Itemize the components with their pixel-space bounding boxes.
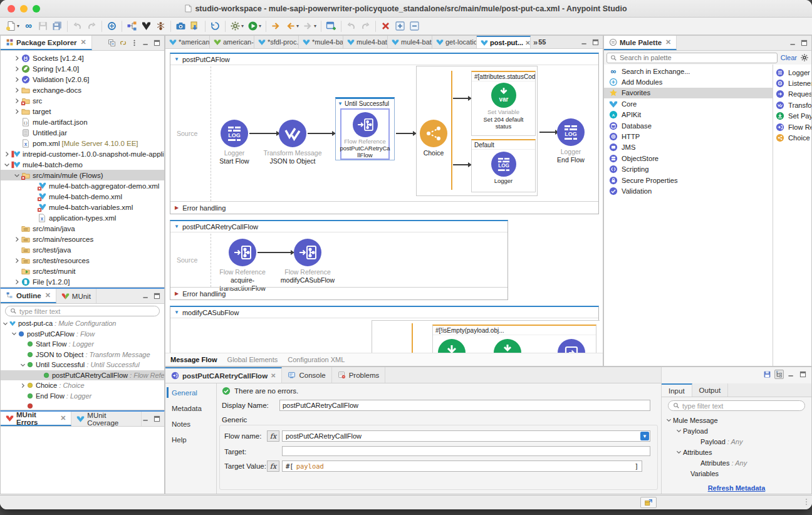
- transform-message-icon[interactable]: [279, 120, 306, 147]
- set-payload-icon[interactable]: [438, 339, 466, 353]
- palette-category[interactable]: Core: [604, 98, 773, 109]
- zoom-window-button[interactable]: [33, 5, 40, 13]
- flow-header[interactable]: ▼ postPutCARetryCallFlow: [170, 221, 508, 232]
- palette-category[interactable]: Favorites: [604, 88, 773, 98]
- palette-category[interactable]: Database: [604, 120, 773, 131]
- chevron-icon[interactable]: [19, 392, 27, 399]
- back-button[interactable]: ▾: [284, 19, 300, 33]
- debug-attach-button[interactable]: [154, 19, 167, 33]
- screenshot-button[interactable]: [174, 19, 187, 33]
- fx-toggle-button[interactable]: fx: [267, 430, 279, 442]
- tab-input[interactable]: Input: [662, 383, 692, 397]
- tree-row[interactable]: exchange-docs: [1, 85, 164, 95]
- close-icon[interactable]: ✕: [60, 414, 66, 422]
- editor-tab[interactable]: get-locatio...: [432, 36, 477, 48]
- minimize-icon[interactable]: [142, 415, 150, 423]
- editor-tab[interactable]: american-fl...: [210, 36, 254, 48]
- minimize-icon[interactable]: [786, 370, 796, 379]
- collapse-all-icon[interactable]: [108, 39, 116, 47]
- flow-postPutCAFlow[interactable]: ▼ postPutCAFlow Source LOG Logger Start …: [170, 53, 599, 214]
- tab-console[interactable]: Console: [282, 367, 331, 383]
- chevron-icon[interactable]: [36, 372, 43, 378]
- expand-triangle-icon[interactable]: ▶: [175, 291, 179, 296]
- outline-row[interactable]: JSON to Object : Transform Message: [1, 350, 164, 360]
- chevron-icon[interactable]: [13, 65, 21, 73]
- tab-munit-errors[interactable]: MUnit Errors ✕: [1, 412, 71, 426]
- tab-flow-properties[interactable]: postPutCARetryCallFlow ✕: [165, 367, 282, 383]
- canvas-view-tab[interactable]: Message Flow: [170, 356, 217, 363]
- flow-header[interactable]: ▼ postPutCAFlow: [170, 54, 598, 65]
- navigate-button[interactable]: [105, 19, 118, 33]
- gear-icon[interactable]: [800, 53, 809, 62]
- chevron-icon[interactable]: [13, 172, 21, 179]
- chevron-icon[interactable]: [29, 204, 38, 211]
- datasense-row[interactable]: Attributes: [662, 447, 811, 457]
- node-json-to-object-transform[interactable]: Transform Message JSON to Object: [258, 120, 327, 165]
- editor-tab[interactable]: *american-...: [165, 36, 210, 48]
- target-input[interactable]: [282, 446, 650, 456]
- outline-row[interactable]: Start Flow : Logger: [1, 339, 164, 350]
- deploy-button[interactable]: [189, 19, 202, 33]
- tab-package-explorer[interactable]: Package Explorer ✕: [1, 36, 92, 50]
- close-icon[interactable]: ✕: [271, 372, 276, 379]
- collapse-triangle-icon[interactable]: ▼: [338, 101, 343, 107]
- editor-tab[interactable]: mule4-batc...: [343, 36, 388, 48]
- properties-nav-item[interactable]: Help: [165, 433, 216, 446]
- flow-modifyCASubFlow[interactable]: ▼ modifyCASubFlow #[!isEmpty(payload.obj…: [170, 306, 599, 353]
- maximize-icon[interactable]: [800, 39, 808, 47]
- collapse-triangle-icon[interactable]: ▼: [174, 310, 179, 315]
- outline-filter-input[interactable]: type filter text: [5, 306, 160, 316]
- chevron-icon[interactable]: [29, 214, 38, 222]
- flow-reference-icon[interactable]: [353, 112, 378, 137]
- close-icon[interactable]: ✕: [525, 39, 530, 46]
- palette-category[interactable]: Validation: [604, 185, 773, 196]
- tree-row[interactable]: X pom.xml [Mule Server 4.10.0 EE]: [1, 138, 164, 148]
- chevron-icon[interactable]: [19, 403, 27, 410]
- chevron-icon[interactable]: [13, 86, 21, 94]
- save-metadata-icon[interactable]: [763, 370, 772, 379]
- palette-element[interactable]: Request (H: [773, 89, 811, 100]
- minimize-icon[interactable]: [142, 39, 150, 47]
- tab-mule-palette[interactable]: Mule Palette ✕: [604, 36, 677, 50]
- properties-nav-item[interactable]: Notes: [165, 417, 216, 430]
- datasense-row[interactable]: Attributes : Any: [662, 457, 811, 468]
- chevron-icon[interactable]: [13, 140, 21, 147]
- node-choice[interactable]: Choice: [399, 120, 468, 157]
- undo-secondary-button[interactable]: [345, 19, 358, 33]
- outline-row[interactable]: postPutCARetryCallFlow : Flow Reference: [1, 370, 164, 381]
- tree-row[interactable]: src/main/mule (Flows): [1, 170, 164, 180]
- datasense-row[interactable]: Payload : Any: [662, 436, 811, 447]
- datasense-row[interactable]: Mule Message: [662, 415, 811, 425]
- debug-button[interactable]: ▾: [229, 19, 245, 33]
- outline-row[interactable]: [1, 401, 164, 410]
- tree-row[interactable]: File [v1.2.0]: [1, 276, 164, 287]
- close-icon[interactable]: ✕: [81, 38, 86, 46]
- open-perspective-button[interactable]: [325, 19, 338, 33]
- display-name-input[interactable]: [279, 400, 650, 411]
- outline-row[interactable]: postPutCAFlow : Flow: [1, 329, 164, 340]
- outline-row[interactable]: End Flow : Logger: [1, 391, 164, 402]
- error-handling-section[interactable]: ▶ Error handling: [170, 287, 508, 299]
- chevron-icon[interactable]: [693, 438, 700, 445]
- tree-row[interactable]: Untitled.jar: [1, 127, 164, 138]
- tree-row[interactable]: intrepid-customer-1.0.0-snapshot-mule-ap…: [1, 148, 164, 159]
- tab-outline[interactable]: Outline ✕: [1, 289, 56, 303]
- tab-munit-coverage[interactable]: MUnit Coverage: [71, 412, 142, 426]
- chevron-icon[interactable]: [19, 351, 27, 358]
- collapse-triangle-icon[interactable]: ▼: [174, 224, 179, 229]
- chevron-icon[interactable]: [675, 449, 683, 455]
- chevron-icon[interactable]: [675, 427, 683, 434]
- flow-postPutCARetryCallFlow[interactable]: ▼ postPutCARetryCallFlow Source Flow Ref…: [170, 220, 508, 300]
- chevron-icon[interactable]: [2, 320, 9, 327]
- tree-row[interactable]: mule4-batch-aggregator-demo.xml: [1, 180, 164, 191]
- close-icon[interactable]: ✕: [45, 291, 51, 299]
- new-wizard-button[interactable]: ▾: [4, 19, 21, 33]
- palette-element[interactable]: Choice (Co: [773, 132, 811, 143]
- background-operations-button[interactable]: [640, 497, 657, 508]
- chevron-icon[interactable]: [13, 55, 21, 62]
- close-icon[interactable]: ✕: [665, 38, 671, 46]
- redo-secondary-button[interactable]: [359, 19, 372, 33]
- chevron-icon[interactable]: [3, 150, 11, 158]
- tree-row[interactable]: X application-types.xml: [1, 212, 164, 223]
- palette-category[interactable]: A APIKit: [604, 110, 773, 120]
